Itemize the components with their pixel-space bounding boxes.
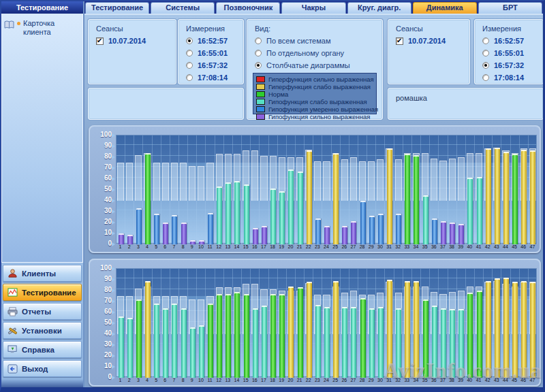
content-area: Сеансы 10.07.2014 Измерения 16:52:5716:5… bbox=[84, 14, 543, 387]
sidebar-button-4[interactable]: Справка bbox=[3, 341, 82, 358]
sidebar-button-label: Установки bbox=[22, 327, 62, 335]
radio-button[interactable] bbox=[482, 50, 489, 56]
bar bbox=[199, 325, 204, 378]
reference-band bbox=[153, 163, 160, 201]
radio-button[interactable] bbox=[255, 62, 262, 69]
x-tick-label: 39 bbox=[456, 378, 465, 382]
reference-band bbox=[350, 157, 357, 201]
tab-1[interactable]: Системы bbox=[151, 2, 215, 14]
sidebar-button-5[interactable]: Выход bbox=[3, 360, 82, 377]
chart-column bbox=[278, 135, 287, 244]
measurement-radio-group: 16:52:5716:55:0116:57:3217:08:14 bbox=[475, 37, 543, 82]
sidebar-footer bbox=[1, 379, 83, 387]
y-tick-label: 40 bbox=[89, 329, 112, 337]
x-tick-label: 1 bbox=[116, 244, 125, 249]
sidebar-item-client-card[interactable]: Карточка клиента bbox=[4, 19, 80, 37]
tab-2[interactable]: Позвоночник bbox=[216, 2, 280, 14]
x-tick-label: 46 bbox=[519, 378, 528, 382]
note-text: ромашка bbox=[388, 88, 543, 102]
chart-column bbox=[457, 135, 466, 244]
legend-item: Гипофункция сильно выраженная bbox=[256, 113, 373, 120]
chart-column bbox=[260, 269, 268, 378]
x-tick-label: 10 bbox=[196, 244, 205, 249]
tab-5[interactable]: Динамика bbox=[413, 2, 477, 14]
sidebar-button-label: Отчеты bbox=[22, 308, 51, 316]
radio-button[interactable] bbox=[482, 62, 489, 69]
radio-button[interactable] bbox=[255, 50, 262, 56]
y-tick-label: 90 bbox=[89, 142, 112, 149]
chart-column bbox=[439, 269, 448, 378]
panel-title: Сеансы bbox=[388, 20, 469, 33]
chart-column bbox=[341, 135, 349, 244]
x-tick-label: 20 bbox=[286, 378, 295, 382]
x-tick-label: 21 bbox=[295, 244, 304, 249]
clients-icon bbox=[6, 268, 18, 278]
x-tick-label: 27 bbox=[349, 244, 358, 249]
x-tick-label: 14 bbox=[232, 244, 241, 249]
x-tick-label: 2 bbox=[125, 378, 134, 382]
bar bbox=[486, 281, 491, 378]
x-tick-label: 42 bbox=[483, 378, 492, 382]
panel-sessions-right: Сеансы 10.07.2014 bbox=[388, 19, 470, 84]
chart-column bbox=[197, 269, 206, 378]
x-tick-label: 18 bbox=[268, 378, 277, 382]
radio-button[interactable] bbox=[186, 62, 193, 69]
sidebar-button-3[interactable]: Установки bbox=[3, 322, 82, 339]
bar bbox=[423, 299, 429, 378]
radio-label: 17:08:14 bbox=[198, 74, 228, 82]
bar bbox=[225, 294, 231, 378]
radio-button[interactable] bbox=[482, 74, 489, 81]
legend-item: Гипофункция умеренно выраженная bbox=[256, 105, 373, 113]
radio-label: Столбчатые диаграммы bbox=[266, 61, 350, 69]
x-tick-label: 41 bbox=[474, 378, 483, 382]
x-tick-label: 27 bbox=[349, 378, 358, 382]
x-tick-label: 7 bbox=[170, 244, 178, 249]
x-tick-label: 30 bbox=[375, 378, 384, 382]
radio-button[interactable] bbox=[482, 37, 489, 44]
radio-button[interactable] bbox=[255, 37, 262, 44]
x-tick-label: 40 bbox=[465, 244, 474, 249]
bar bbox=[333, 281, 339, 378]
x-tick-label: 6 bbox=[161, 378, 170, 382]
bar bbox=[414, 155, 419, 244]
session-checkbox[interactable] bbox=[396, 37, 403, 45]
tab-0[interactable]: Тестирование bbox=[85, 2, 149, 14]
tab-6[interactable]: БРТ bbox=[478, 2, 542, 14]
plot-area bbox=[116, 135, 537, 244]
app-window: Тестирование Карточка клиента КлиентыТес… bbox=[0, 0, 545, 392]
bar bbox=[405, 154, 410, 244]
legend-item: Норма bbox=[256, 91, 373, 98]
legend-label: Гипофункция умеренно выраженная bbox=[268, 105, 378, 113]
session-checkbox[interactable] bbox=[96, 37, 104, 45]
chart-column bbox=[501, 135, 510, 244]
bar bbox=[432, 306, 437, 378]
sidebar-button-1[interactable]: Тестирование bbox=[3, 284, 82, 301]
chart-column bbox=[421, 269, 430, 378]
x-tick-label: 14 bbox=[232, 378, 241, 382]
chart-column bbox=[269, 269, 278, 378]
x-tick-label: 15 bbox=[241, 244, 250, 249]
bar bbox=[208, 213, 213, 244]
panel-view: Вид: По всем системамПо отдельному орган… bbox=[247, 19, 383, 120]
bar bbox=[253, 228, 258, 244]
chart-column bbox=[332, 269, 341, 378]
sidebar-button-2[interactable]: Отчеты bbox=[3, 303, 82, 320]
radio-button[interactable] bbox=[186, 50, 193, 56]
chart-column bbox=[287, 135, 296, 244]
radio-label: 16:55:01 bbox=[198, 49, 228, 57]
sidebar-button-0[interactable]: Клиенты bbox=[3, 265, 82, 282]
bar bbox=[495, 278, 500, 378]
radio-button[interactable] bbox=[186, 74, 193, 81]
chart-column bbox=[153, 135, 161, 244]
radio-button[interactable] bbox=[186, 37, 193, 44]
bar bbox=[119, 233, 124, 244]
chart-column bbox=[251, 135, 260, 244]
chart-column bbox=[493, 269, 501, 378]
chart-column bbox=[349, 135, 358, 244]
chart-column bbox=[313, 269, 322, 378]
chart-column bbox=[143, 135, 152, 244]
bar bbox=[270, 189, 276, 244]
tab-3[interactable]: Чакры bbox=[281, 2, 345, 14]
x-tick-label: 24 bbox=[322, 378, 330, 382]
tab-4[interactable]: Круг. диагр. bbox=[347, 2, 411, 14]
